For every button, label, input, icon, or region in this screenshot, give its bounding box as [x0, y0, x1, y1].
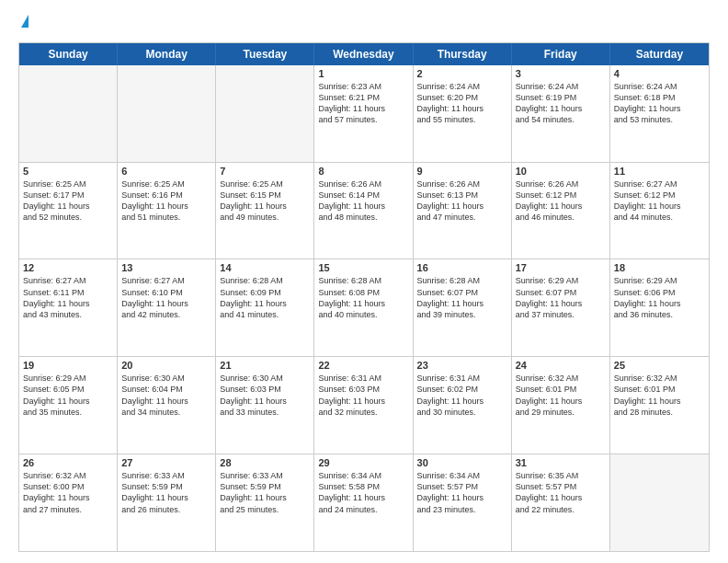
day-number: 31: [516, 457, 606, 468]
cal-cell-15: 15Sunrise: 6:28 AM Sunset: 6:08 PM Dayli…: [314, 259, 413, 356]
day-number: 1: [318, 68, 408, 79]
day-number: 5: [23, 166, 113, 177]
cal-cell-empty-0-0: [19, 65, 118, 162]
day-number: 12: [23, 262, 113, 273]
day-number: 2: [417, 68, 507, 79]
cell-info: Sunrise: 6:32 AM Sunset: 6:00 PM Dayligh…: [23, 470, 113, 515]
day-number: 23: [417, 360, 507, 371]
cell-info: Sunrise: 6:33 AM Sunset: 5:59 PM Dayligh…: [121, 470, 211, 515]
day-number: 17: [516, 262, 606, 273]
day-number: 25: [614, 360, 705, 371]
day-number: 22: [318, 360, 408, 371]
page: SundayMondayTuesdayWednesdayThursdayFrid…: [0, 0, 728, 563]
cell-info: Sunrise: 6:29 AM Sunset: 6:06 PM Dayligh…: [614, 275, 705, 320]
cell-info: Sunrise: 6:26 AM Sunset: 6:14 PM Dayligh…: [318, 178, 408, 224]
cal-cell-20: 20Sunrise: 6:30 AM Sunset: 6:04 PM Dayli…: [118, 357, 216, 454]
cal-cell-18: 18Sunrise: 6:29 AM Sunset: 6:06 PM Dayli…: [610, 259, 709, 356]
calendar-row-4: 26Sunrise: 6:32 AM Sunset: 6:00 PM Dayli…: [19, 454, 709, 551]
cell-info: Sunrise: 6:29 AM Sunset: 6:05 PM Dayligh…: [23, 373, 113, 418]
cell-info: Sunrise: 6:25 AM Sunset: 6:15 PM Dayligh…: [220, 178, 310, 224]
day-number: 4: [614, 68, 705, 79]
cell-info: Sunrise: 6:31 AM Sunset: 6:02 PM Dayligh…: [417, 373, 507, 418]
cal-cell-10: 10Sunrise: 6:26 AM Sunset: 6:12 PM Dayli…: [512, 163, 610, 259]
header: [18, 15, 710, 33]
day-number: 8: [318, 166, 408, 177]
cell-info: Sunrise: 6:33 AM Sunset: 5:59 PM Dayligh…: [220, 470, 310, 515]
cell-info: Sunrise: 6:24 AM Sunset: 6:19 PM Dayligh…: [516, 81, 606, 126]
cell-info: Sunrise: 6:30 AM Sunset: 6:04 PM Dayligh…: [121, 373, 211, 418]
cal-cell-25: 25Sunrise: 6:32 AM Sunset: 6:01 PM Dayli…: [610, 357, 709, 454]
cell-info: Sunrise: 6:27 AM Sunset: 6:10 PM Dayligh…: [121, 275, 211, 320]
day-number: 13: [121, 262, 211, 273]
cell-info: Sunrise: 6:25 AM Sunset: 6:16 PM Dayligh…: [121, 178, 211, 224]
cell-info: Sunrise: 6:23 AM Sunset: 6:21 PM Dayligh…: [318, 81, 408, 126]
cal-cell-empty-0-2: [216, 65, 314, 162]
header-cell-monday: Monday: [118, 43, 216, 65]
calendar-row-0: 1Sunrise: 6:23 AM Sunset: 6:21 PM Daylig…: [19, 65, 709, 163]
day-number: 11: [614, 166, 705, 177]
cal-cell-11: 11Sunrise: 6:27 AM Sunset: 6:12 PM Dayli…: [610, 163, 709, 259]
cal-cell-8: 8Sunrise: 6:26 AM Sunset: 6:14 PM Daylig…: [314, 163, 413, 259]
day-number: 30: [417, 457, 507, 468]
day-number: 29: [318, 457, 408, 468]
day-number: 26: [23, 457, 113, 468]
cal-cell-empty-0-1: [118, 65, 216, 162]
cell-info: Sunrise: 6:34 AM Sunset: 5:58 PM Dayligh…: [318, 470, 408, 515]
day-number: 24: [516, 360, 606, 371]
cal-cell-24: 24Sunrise: 6:32 AM Sunset: 6:01 PM Dayli…: [512, 357, 610, 454]
cal-cell-29: 29Sunrise: 6:34 AM Sunset: 5:58 PM Dayli…: [314, 454, 413, 551]
cal-cell-28: 28Sunrise: 6:33 AM Sunset: 5:59 PM Dayli…: [216, 454, 314, 551]
cal-cell-empty-4-6: [610, 454, 709, 551]
day-number: 27: [121, 457, 211, 468]
calendar-row-3: 19Sunrise: 6:29 AM Sunset: 6:05 PM Dayli…: [19, 357, 709, 454]
calendar-row-2: 12Sunrise: 6:27 AM Sunset: 6:11 PM Dayli…: [19, 259, 709, 357]
cal-cell-31: 31Sunrise: 6:35 AM Sunset: 5:57 PM Dayli…: [512, 454, 610, 551]
cell-info: Sunrise: 6:35 AM Sunset: 5:57 PM Dayligh…: [516, 470, 606, 515]
cell-info: Sunrise: 6:28 AM Sunset: 6:07 PM Dayligh…: [417, 275, 507, 320]
day-number: 15: [318, 262, 408, 273]
header-cell-tuesday: Tuesday: [216, 43, 314, 65]
cal-cell-16: 16Sunrise: 6:28 AM Sunset: 6:07 PM Dayli…: [414, 259, 512, 356]
cal-cell-12: 12Sunrise: 6:27 AM Sunset: 6:11 PM Dayli…: [19, 259, 118, 356]
calendar: SundayMondayTuesdayWednesdayThursdayFrid…: [18, 42, 710, 552]
cal-cell-6: 6Sunrise: 6:25 AM Sunset: 6:16 PM Daylig…: [118, 163, 216, 259]
day-number: 20: [121, 360, 211, 371]
cal-cell-22: 22Sunrise: 6:31 AM Sunset: 6:03 PM Dayli…: [314, 357, 413, 454]
day-number: 3: [516, 68, 606, 79]
cal-cell-9: 9Sunrise: 6:26 AM Sunset: 6:13 PM Daylig…: [414, 163, 512, 259]
day-number: 16: [417, 262, 507, 273]
cell-info: Sunrise: 6:32 AM Sunset: 6:01 PM Dayligh…: [614, 373, 705, 418]
cell-info: Sunrise: 6:25 AM Sunset: 6:17 PM Dayligh…: [23, 178, 113, 224]
header-cell-friday: Friday: [512, 43, 610, 65]
cell-info: Sunrise: 6:26 AM Sunset: 6:13 PM Dayligh…: [417, 178, 507, 224]
cell-info: Sunrise: 6:30 AM Sunset: 6:03 PM Dayligh…: [220, 373, 310, 418]
calendar-header: SundayMondayTuesdayWednesdayThursdayFrid…: [19, 43, 709, 65]
cell-info: Sunrise: 6:34 AM Sunset: 5:57 PM Dayligh…: [417, 470, 507, 515]
cal-cell-14: 14Sunrise: 6:28 AM Sunset: 6:09 PM Dayli…: [216, 259, 314, 356]
cell-info: Sunrise: 6:27 AM Sunset: 6:11 PM Dayligh…: [23, 275, 113, 320]
cal-cell-5: 5Sunrise: 6:25 AM Sunset: 6:17 PM Daylig…: [19, 163, 118, 259]
cal-cell-17: 17Sunrise: 6:29 AM Sunset: 6:07 PM Dayli…: [512, 259, 610, 356]
cal-cell-4: 4Sunrise: 6:24 AM Sunset: 6:18 PM Daylig…: [610, 65, 709, 162]
day-number: 18: [614, 262, 705, 273]
calendar-body: 1Sunrise: 6:23 AM Sunset: 6:21 PM Daylig…: [19, 65, 709, 551]
cal-cell-21: 21Sunrise: 6:30 AM Sunset: 6:03 PM Dayli…: [216, 357, 314, 454]
cal-cell-1: 1Sunrise: 6:23 AM Sunset: 6:21 PM Daylig…: [314, 65, 413, 162]
cell-info: Sunrise: 6:26 AM Sunset: 6:12 PM Dayligh…: [516, 178, 606, 224]
logo: [18, 15, 28, 33]
header-cell-wednesday: Wednesday: [314, 43, 413, 65]
calendar-row-1: 5Sunrise: 6:25 AM Sunset: 6:17 PM Daylig…: [19, 163, 709, 260]
cell-info: Sunrise: 6:32 AM Sunset: 6:01 PM Dayligh…: [516, 373, 606, 418]
cell-info: Sunrise: 6:24 AM Sunset: 6:20 PM Dayligh…: [417, 81, 507, 126]
day-number: 10: [516, 166, 606, 177]
logo-text: [18, 15, 28, 33]
cal-cell-23: 23Sunrise: 6:31 AM Sunset: 6:02 PM Dayli…: [414, 357, 512, 454]
cell-info: Sunrise: 6:31 AM Sunset: 6:03 PM Dayligh…: [318, 373, 408, 418]
cell-info: Sunrise: 6:29 AM Sunset: 6:07 PM Dayligh…: [516, 275, 606, 320]
header-cell-sunday: Sunday: [19, 43, 118, 65]
cal-cell-30: 30Sunrise: 6:34 AM Sunset: 5:57 PM Dayli…: [414, 454, 512, 551]
header-cell-saturday: Saturday: [610, 43, 709, 65]
cell-info: Sunrise: 6:28 AM Sunset: 6:09 PM Dayligh…: [220, 275, 310, 320]
day-number: 7: [220, 166, 310, 177]
cal-cell-26: 26Sunrise: 6:32 AM Sunset: 6:00 PM Dayli…: [19, 454, 118, 551]
